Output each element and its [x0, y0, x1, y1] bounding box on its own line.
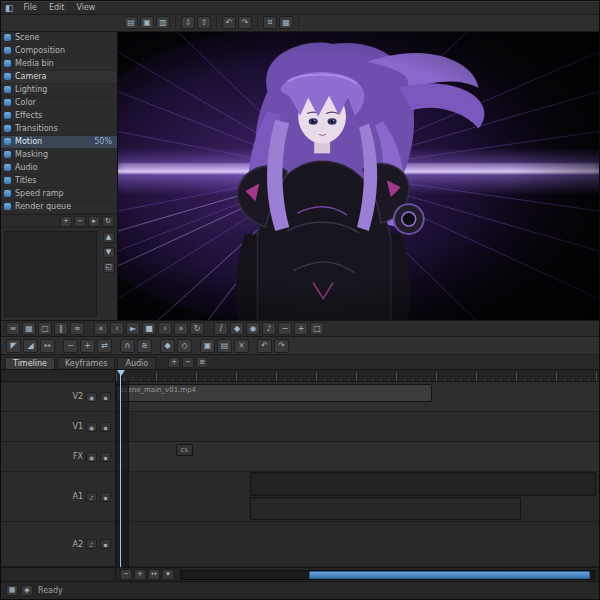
split-clip-button[interactable]: / [214, 322, 228, 335]
prev-frame-button[interactable]: ‹ [110, 322, 124, 335]
timeline-content[interactable]: scene_main_v01.mp4cs [116, 370, 599, 567]
undo-button[interactable]: ↶ [222, 16, 236, 29]
move-up-button[interactable]: ▲ [103, 232, 115, 243]
lock-icon[interactable]: ▪ [100, 492, 111, 502]
mute-icon[interactable]: ♪ [86, 539, 97, 549]
hscroll-thumb[interactable] [309, 571, 590, 579]
lock-icon[interactable]: ▪ [100, 392, 111, 402]
marker-list-button[interactable]: ◇ [177, 339, 192, 353]
menu-edit[interactable]: Edit [43, 3, 71, 12]
panel-menu-button[interactable]: ≡ [6, 322, 20, 335]
sidebar-item-color[interactable]: Color [1, 97, 117, 110]
redo-button[interactable]: ↷ [238, 16, 252, 29]
track-options-button[interactable]: ≡ [196, 357, 208, 368]
copy-clip-button[interactable]: ▣ [200, 339, 215, 353]
remove-item-button[interactable]: − [74, 216, 86, 227]
track-header-a2[interactable]: A2♪▪ [1, 522, 115, 567]
safe-zones-button[interactable]: ▢ [38, 322, 52, 335]
fullscreen-button[interactable]: □ [310, 322, 324, 335]
go-start-button[interactable]: « [94, 322, 108, 335]
time-zoom-menu-button[interactable]: ▾ [162, 569, 174, 580]
refresh-button[interactable]: ↻ [102, 216, 114, 227]
timeline-clip[interactable] [250, 472, 595, 496]
slip-tool-button[interactable]: ↔ [40, 339, 55, 353]
lock-icon[interactable]: ▪ [100, 452, 111, 462]
export-video-button[interactable]: ⇧ [197, 16, 211, 29]
sidebar-item-effects[interactable]: Effects [1, 110, 117, 123]
save-project-button[interactable]: ▥ [156, 16, 170, 29]
zoom-in-button[interactable]: + [294, 322, 308, 335]
layout-grid-button[interactable]: ▦ [279, 16, 293, 29]
timeline-clip[interactable]: cs [176, 444, 193, 456]
sidebar-item-speed-ramp[interactable]: Speed ramp [1, 188, 117, 201]
paste-clip-button[interactable]: ▤ [217, 339, 232, 353]
marker-add-button[interactable]: ◆ [160, 339, 175, 353]
sidebar-item-media-bin[interactable]: Media bin [1, 58, 117, 71]
timeline-clip[interactable]: scene_main_v01.mp4 [116, 384, 432, 402]
lock-icon[interactable]: ▪ [100, 422, 111, 432]
sidebar-item-transitions[interactable]: Transitions [1, 123, 117, 136]
add-item-button[interactable]: + [60, 216, 72, 227]
loop-button[interactable]: ↻ [190, 322, 204, 335]
zoom-fit-button[interactable]: ⇄ [97, 339, 112, 353]
snap-magnet-button[interactable]: ∩ [120, 339, 135, 353]
hscroll-groove[interactable] [180, 570, 595, 580]
import-media-button[interactable]: ⇩ [181, 16, 195, 29]
eye-icon[interactable]: ◉ [86, 422, 97, 432]
track-header-fx[interactable]: FX◉▪ [1, 442, 115, 472]
timeline-ruler[interactable] [116, 370, 599, 382]
time-zoom-fit-button[interactable]: ↔ [148, 569, 160, 580]
time-zoom-out-button[interactable]: − [120, 569, 132, 580]
play-button[interactable]: ► [126, 322, 140, 335]
tab-keyframes[interactable]: Keyframes [57, 357, 115, 369]
sidebar-item-camera[interactable]: Camera [1, 71, 117, 84]
sidebar-item-motion[interactable]: Motion50% [1, 136, 117, 149]
menu-view[interactable]: View [70, 3, 101, 12]
new-project-button[interactable]: ▤ [124, 16, 138, 29]
timeline-clip[interactable] [250, 497, 520, 520]
settings-button[interactable]: ¤ [263, 16, 277, 29]
menu-file[interactable]: File [18, 3, 43, 12]
tab-timeline[interactable]: Timeline [5, 357, 55, 369]
timeline-zoom-out-button[interactable]: − [63, 339, 78, 353]
preview-monitor[interactable] [118, 32, 599, 321]
ripple-toggle-button[interactable]: ≋ [137, 339, 152, 353]
sidebar-item-composition[interactable]: Composition [1, 45, 117, 58]
move-down-button[interactable]: ▼ [103, 247, 115, 258]
select-tool-button[interactable]: ◤ [6, 339, 21, 353]
remove-track-button[interactable]: − [182, 357, 194, 368]
time-zoom-in-button[interactable]: + [134, 569, 146, 580]
eye-icon[interactable]: ◉ [86, 452, 97, 462]
link-clips-button[interactable]: ∞ [70, 322, 84, 335]
eye-icon[interactable]: ◉ [86, 392, 97, 402]
tab-audio[interactable]: Audio [117, 357, 156, 369]
go-end-button[interactable]: » [174, 322, 188, 335]
razor-tool-button[interactable]: ◢ [23, 339, 38, 353]
stop-button[interactable]: ■ [142, 322, 156, 335]
delete-clip-button[interactable]: × [234, 339, 249, 353]
track-header-a1[interactable]: A1♪▪ [1, 472, 115, 522]
view-grid-button[interactable]: ▦ [22, 322, 36, 335]
sidebar-item-titles[interactable]: Titles [1, 175, 117, 188]
open-project-button[interactable]: ▣ [140, 16, 154, 29]
sidebar-item-masking[interactable]: Masking [1, 149, 117, 162]
add-track-button[interactable]: + [168, 357, 180, 368]
track-header-v1[interactable]: V1◉▪ [1, 412, 115, 442]
info-status-icon[interactable]: ◈ [21, 585, 33, 596]
snap-toggle-button[interactable]: ∥ [54, 322, 68, 335]
sidebar-item-audio[interactable]: Audio [1, 162, 117, 175]
redo-edit-button[interactable]: ↷ [274, 339, 289, 353]
undo-edit-button[interactable]: ↶ [257, 339, 272, 353]
snapshot-button[interactable]: ◉ [246, 322, 260, 335]
playhead[interactable] [120, 370, 121, 567]
detach-panel-button[interactable]: ◱ [103, 262, 115, 273]
grid-status-icon[interactable]: ▦ [6, 585, 18, 596]
add-marker-button[interactable]: ◆ [230, 322, 244, 335]
next-frame-button[interactable]: › [158, 322, 172, 335]
sidebar-item-lighting[interactable]: Lighting [1, 84, 117, 97]
timeline-zoom-in-button[interactable]: + [80, 339, 95, 353]
mute-audio-button[interactable]: ♪ [262, 322, 276, 335]
expand-button[interactable]: ▸ [88, 216, 100, 227]
zoom-out-button[interactable]: − [278, 322, 292, 335]
track-header-v2[interactable]: V2◉▪ [1, 382, 115, 412]
